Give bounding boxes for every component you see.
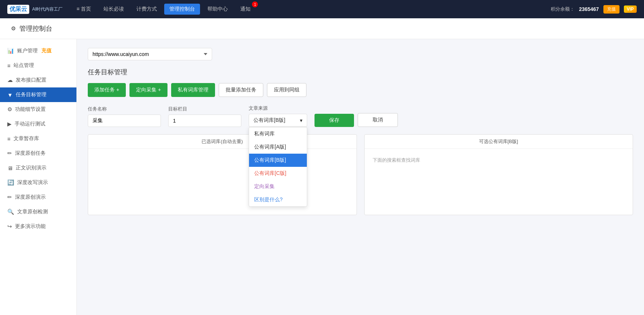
- site-select[interactable]: https://www.ucaiyun.com: [88, 48, 212, 60]
- sidebar-item-4[interactable]: ⚙功能细节设置: [0, 102, 76, 117]
- sidebar-label-8: 正文识别演示: [16, 165, 46, 171]
- private-library-button[interactable]: 私有词库管理: [171, 83, 215, 97]
- available-wordpool-header: 可选公有词库[B版]: [365, 135, 633, 149]
- sidebar-label-2: 发布接口配置: [16, 77, 46, 83]
- source-group: 文章来源 公有词库[B版] ▾ 私有词库公有词库[A版]公有词库[B版]公有词库…: [249, 105, 307, 127]
- sidebar-icon-3: ▼: [7, 92, 13, 98]
- sidebar-item-10[interactable]: ✏深度原创演示: [0, 190, 76, 205]
- top-recharge-button[interactable]: 充值: [603, 5, 619, 14]
- directed-collect-button[interactable]: 定向采集 +: [129, 83, 167, 97]
- sidebar-item-7[interactable]: ✏深度原创任务: [0, 146, 76, 161]
- apply-group-button[interactable]: 应用到同组: [267, 83, 306, 97]
- vip-badge: VIP: [624, 5, 637, 13]
- page-title: 管理控制台: [19, 24, 52, 33]
- nav-right: 积分余额： 2365467 充值 VIP: [551, 5, 637, 14]
- sidebar-label-11: 文章原创检测: [17, 209, 48, 215]
- sidebar-recharge-link[interactable]: 充值: [41, 48, 52, 54]
- points-value: 2365467: [579, 6, 599, 12]
- sidebar-icon-0: 📊: [7, 48, 14, 54]
- nav-item-站长必读[interactable]: 站长必读: [98, 4, 129, 15]
- sidebar-icon-5: ▶: [7, 121, 12, 127]
- source-dropdown: 私有词库公有词库[A版]公有词库[B版]公有词库[C版]定向采集区别是什么?: [249, 127, 307, 207]
- selected-wordpool-content: [88, 149, 357, 215]
- logo-subtitle: AI时代内容工厂: [32, 6, 63, 12]
- nav-items: ≡ 首页站长必读计费方式管理控制台帮助中心通知1: [71, 4, 551, 15]
- sidebar-icon-2: ☁: [7, 77, 13, 83]
- sidebar-icon-1: ≡: [7, 63, 11, 69]
- available-wordpool-box: 可选公有词库[B版] 下面的搜索框查找词库: [364, 134, 633, 215]
- target-col-group: 目标栏目: [168, 106, 241, 127]
- sidebar-item-12[interactable]: ↪更多演示功能: [0, 219, 76, 234]
- source-selected-label: 公有词库[B版]: [253, 117, 285, 124]
- page-wrap: ⚙ 管理控制台 📊账户管理充值≡站点管理☁发布接口配置▼任务目标管理⚙功能细节设…: [0, 18, 644, 315]
- sidebar-icon-12: ↪: [7, 223, 12, 230]
- sidebar-label-10: 深度原创演示: [15, 194, 46, 200]
- main-content: https://www.ucaiyun.com 任务目标管理 添加任务 + 定向…: [77, 39, 644, 315]
- top-nav: 优采云 AI时代内容工厂 ≡ 首页站长必读计费方式管理控制台帮助中心通知1 积分…: [0, 0, 644, 18]
- source-select-button[interactable]: 公有词库[B版] ▾: [249, 114, 307, 127]
- logo: 优采云 AI时代内容工厂: [7, 5, 63, 14]
- save-button[interactable]: 保存: [315, 114, 354, 127]
- sidebar-item-0[interactable]: 📊账户管理充值: [0, 44, 76, 58]
- selected-wordpool-header: 已选词库(自动去重): [88, 135, 357, 149]
- source-option-公有词库[C版][interactable]: 公有词库[C版]: [249, 167, 307, 180]
- sidebar-icon-7: ✏: [7, 150, 12, 157]
- add-task-button[interactable]: 添加任务 +: [88, 83, 126, 97]
- target-col-input[interactable]: [168, 115, 241, 127]
- sidebar-label-7: 深度原创任务: [15, 150, 46, 157]
- wordpool-hint: 下面的搜索框查找词库: [369, 153, 629, 167]
- sidebar-label-4: 功能细节设置: [15, 106, 46, 113]
- selected-wordpool-box: 已选词库(自动去重): [88, 134, 357, 215]
- source-option-私有词库[interactable]: 私有词库: [249, 127, 307, 140]
- sidebar-item-3[interactable]: ▼任务目标管理: [0, 87, 76, 102]
- nav-item-管理控制台[interactable]: 管理控制台: [164, 4, 200, 15]
- content-area: 📊账户管理充值≡站点管理☁发布接口配置▼任务目标管理⚙功能细节设置▶手动运行测试…: [0, 39, 644, 315]
- action-bar: 添加任务 + 定向采集 + 私有词库管理 批量添加任务 应用到同组: [88, 83, 633, 97]
- source-option-公有词库[B版][interactable]: 公有词库[B版]: [249, 154, 307, 167]
- settings-icon: ⚙: [11, 25, 16, 32]
- batch-add-button[interactable]: 批量添加任务: [219, 83, 263, 97]
- sidebar-item-6[interactable]: ≡文章暂存库: [0, 131, 76, 146]
- page-header: ⚙ 管理控制台: [0, 18, 644, 39]
- sidebar-icon-9: 🔄: [7, 179, 14, 186]
- source-label: 文章来源: [249, 105, 307, 112]
- task-name-input[interactable]: [88, 115, 161, 127]
- sidebar-label-1: 站点管理: [14, 62, 34, 69]
- nav-item-计费方式[interactable]: 计费方式: [131, 4, 162, 15]
- source-dropdown-arrow: ▾: [300, 117, 302, 123]
- target-col-label: 目标栏目: [168, 106, 241, 112]
- nav-item-通知[interactable]: 通知1: [235, 4, 256, 15]
- sidebar-label-0: 账户管理: [17, 48, 38, 54]
- nav-item-帮助中心[interactable]: 帮助中心: [202, 4, 233, 15]
- sidebar-item-2[interactable]: ☁发布接口配置: [0, 73, 76, 87]
- source-option-定向采集[interactable]: 定向采集: [249, 180, 307, 193]
- available-wordpool-content: 下面的搜索框查找词库: [365, 149, 633, 215]
- section-title: 任务目标管理: [88, 68, 633, 76]
- sidebar-item-11[interactable]: 🔍文章原创检测: [0, 205, 76, 219]
- sidebar-item-9[interactable]: 🔄深度改写演示: [0, 175, 76, 190]
- form-row: 任务名称 目标栏目 文章来源 公有词库[B版] ▾: [88, 105, 633, 127]
- cancel-button[interactable]: 取消: [358, 113, 398, 127]
- sidebar-item-5[interactable]: ▶手动运行测试: [0, 117, 76, 131]
- nav-item-≡首页[interactable]: ≡ 首页: [71, 4, 96, 15]
- sidebar-icon-10: ✏: [7, 194, 12, 200]
- points-label: 积分余额：: [551, 6, 575, 12]
- sidebar-label-3: 任务目标管理: [16, 91, 46, 98]
- sidebar-label-5: 手动运行测试: [15, 121, 45, 127]
- sidebar-label-12: 更多演示功能: [15, 223, 46, 230]
- sidebar-item-1[interactable]: ≡站点管理: [0, 58, 76, 73]
- sidebar-label-9: 深度改写演示: [17, 179, 48, 186]
- logo-icon: 优采云: [7, 5, 29, 14]
- sidebar-icon-8: 🖥: [7, 165, 13, 171]
- task-name-group: 任务名称: [88, 106, 161, 127]
- sidebar: 📊账户管理充值≡站点管理☁发布接口配置▼任务目标管理⚙功能细节设置▶手动运行测试…: [0, 39, 77, 315]
- sidebar-icon-6: ≡: [7, 136, 11, 142]
- sidebar-icon-11: 🔍: [7, 209, 14, 215]
- sidebar-item-8[interactable]: 🖥正文识别演示: [0, 161, 76, 175]
- wordpool-row: 已选词库(自动去重) 可选公有词库[B版] 下面的搜索框查找词库: [88, 134, 633, 215]
- site-select-wrap: https://www.ucaiyun.com: [88, 48, 633, 60]
- source-option-区别是什么?[interactable]: 区别是什么?: [249, 193, 307, 206]
- sidebar-icon-4: ⚙: [7, 106, 12, 113]
- save-cancel-group: 保存 取消: [315, 113, 398, 127]
- source-option-公有词库[A版][interactable]: 公有词库[A版]: [249, 140, 307, 154]
